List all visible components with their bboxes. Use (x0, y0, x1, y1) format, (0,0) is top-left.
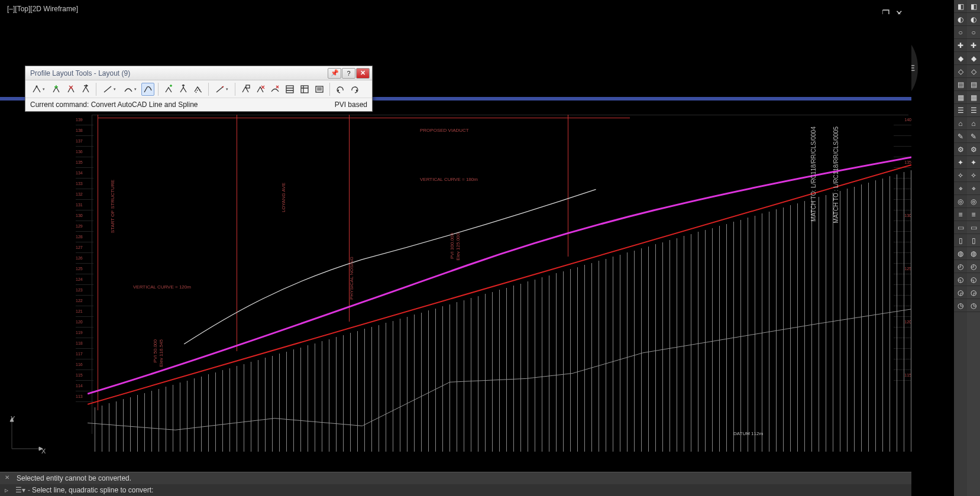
event-viewer-button[interactable] (313, 83, 326, 96)
profile-props-button[interactable] (298, 83, 311, 96)
side-tool-button[interactable]: ≡ (967, 208, 980, 221)
side-tool-button[interactable]: ⌂ (967, 117, 980, 130)
svg-rect-2 (286, 86, 293, 93)
side-tool-button[interactable]: ▯ (967, 234, 980, 247)
toolbar-separator (96, 83, 96, 96)
edit-best-fit-button[interactable] (269, 83, 282, 96)
side-tool-button[interactable]: ✎ (967, 130, 980, 143)
side-tool-button[interactable]: ≡ (954, 208, 967, 221)
toolbar-close-button[interactable]: ✕ (356, 68, 370, 79)
redo-button[interactable] (348, 83, 361, 96)
side-tool-button[interactable]: ◧ (954, 0, 967, 13)
side-tool-button[interactable]: ✧ (967, 169, 980, 182)
line-tool-dd-button[interactable] (100, 83, 119, 96)
side-tool-button[interactable]: ◍ (967, 247, 980, 260)
command-menu-icon[interactable]: ☰▾ (15, 486, 26, 494)
side-tool-button[interactable]: ▤ (954, 78, 967, 91)
side-tool-button[interactable]: ◶ (954, 286, 967, 299)
ucs-icon[interactable]: Y X (7, 412, 48, 455)
side-tool-button[interactable]: ⚙ (954, 143, 967, 156)
command-line-panel: Selected entity cannot be converted. ▹ ☰… (0, 472, 911, 496)
side-tool-button[interactable]: ◵ (954, 273, 967, 286)
side-tool-button[interactable]: ⚙ (967, 143, 980, 156)
toolbar-titlebar[interactable]: Profile Layout Tools - Layout (9) 📌 ? ✕ (25, 66, 372, 80)
label-loyang-ave: LOYANG AVE (281, 183, 286, 212)
label-pvi2b: Elev 125.000 (455, 233, 461, 261)
label-match-0: MATCH TO: L/RC118/RR/CLS/0004 (810, 127, 817, 222)
svg-rect-4 (316, 86, 323, 92)
side-tool-button[interactable]: ✦ (954, 156, 967, 169)
side-tool-button[interactable]: ◎ (967, 195, 980, 208)
profile-grid-view-button[interactable] (283, 83, 296, 96)
side-tool-button[interactable]: ✚ (954, 39, 967, 52)
raise-lower-pvi-button[interactable] (177, 83, 190, 96)
side-tool-button[interactable]: ✧ (954, 169, 967, 182)
toolbar-separator (329, 83, 330, 96)
side-tool-button[interactable]: ◷ (967, 299, 980, 312)
side-tool-button[interactable]: ◐ (967, 13, 980, 26)
copy-profile-button[interactable] (192, 83, 205, 96)
side-tool-button[interactable]: ◴ (967, 260, 980, 273)
profile-layout-tools-toolbar[interactable]: Profile Layout Tools - Layout (9) 📌 ? ✕ … (25, 66, 373, 112)
command-input[interactable] (32, 486, 907, 494)
label-datum: DATUM 112m (733, 431, 763, 436)
toolbar-pin-button[interactable]: 📌 (328, 68, 341, 79)
move-pvi-button[interactable] (79, 83, 92, 96)
ucs-x-label: X (41, 448, 46, 455)
side-tool-button[interactable]: ⌂ (954, 117, 967, 130)
side-tool-button[interactable]: ◇ (954, 65, 967, 78)
label-proposed-viaduct: PROPOSED VIADUCT (420, 128, 469, 133)
toolbar-title: Profile Layout Tools - Layout (9) (30, 69, 327, 77)
side-tool-button[interactable]: ◍ (954, 247, 967, 260)
magenta-profile-line (88, 157, 911, 394)
right-toolbar-inner: ◧◐○✚◆◇▤▦☰⌂✎⚙✦✧⌖◎≡▭▯◍◴◵◶◷ (954, 0, 967, 496)
side-tool-button[interactable]: ◆ (967, 52, 980, 65)
side-tool-button[interactable]: ✦ (967, 156, 980, 169)
undo-button[interactable] (334, 83, 347, 96)
side-tool-button[interactable]: ◆ (954, 52, 967, 65)
toolbar-separator (235, 83, 235, 96)
label-physical-nosing: PHYSICAL NOSING (349, 257, 354, 300)
label-match-1: MATCH TO : L/RC118/RR/CLS/0005 (833, 127, 839, 223)
side-tool-button[interactable]: ⌖ (967, 182, 980, 195)
side-tool-button[interactable]: ▯ (954, 234, 967, 247)
convert-line-spline-button[interactable] (141, 83, 154, 96)
side-tool-button[interactable]: ✚ (967, 39, 980, 52)
label-pvi2a: PVI 300.000 (449, 233, 455, 259)
draw-tangent-dd-button[interactable] (29, 83, 48, 96)
side-tool-button[interactable]: ✎ (954, 130, 967, 143)
toolbar-status-left: Current command: Convert AutoCAD Line an… (30, 101, 335, 109)
side-tool-button[interactable]: ▦ (954, 91, 967, 104)
command-prompt: ▹ ☰▾ - (0, 484, 911, 496)
side-tool-button[interactable]: ▭ (967, 221, 980, 234)
delete-pvi-button[interactable] (64, 83, 77, 96)
side-tool-button[interactable]: ◷ (954, 299, 967, 312)
side-tool-button[interactable]: ◴ (954, 260, 967, 273)
side-tool-button[interactable]: ☰ (967, 104, 980, 117)
side-tool-button[interactable]: ○ (954, 26, 967, 39)
side-tool-button[interactable]: ◎ (954, 195, 967, 208)
viewport-label[interactable]: [–][Top][2D Wireframe] (7, 5, 78, 13)
side-tool-button[interactable]: ⌖ (954, 182, 967, 195)
insert-pvi-button[interactable] (50, 83, 63, 96)
command-history-line[interactable]: Selected entity cannot be converted. (0, 472, 911, 484)
insert-pvis-table-button[interactable] (162, 83, 175, 96)
side-tool-button[interactable]: ◧ (967, 0, 980, 13)
sub-entity-editor-button[interactable] (239, 83, 252, 96)
side-tool-button[interactable]: ▭ (954, 221, 967, 234)
label-vcurve-2: VERTICAL CURVE = 180m (420, 177, 478, 182)
side-tool-button[interactable]: ▤ (967, 78, 980, 91)
side-tool-button[interactable]: ◇ (967, 65, 980, 78)
side-tool-button[interactable]: ◶ (967, 286, 980, 299)
side-tool-button[interactable]: ☰ (954, 104, 967, 117)
ucs-y-label: Y (11, 415, 15, 422)
profile-style-dd-button[interactable] (212, 83, 231, 96)
curve-tool-dd-button[interactable] (121, 83, 140, 96)
toolbar-help-button[interactable]: ? (342, 68, 355, 79)
side-tool-button[interactable]: ○ (967, 26, 980, 39)
side-tool-button[interactable]: ▦ (967, 91, 980, 104)
side-tool-button[interactable]: ◵ (967, 273, 980, 286)
side-tool-button[interactable]: ◐ (954, 13, 967, 26)
delete-entity-button[interactable] (254, 83, 267, 96)
svg-point-0 (36, 85, 38, 87)
